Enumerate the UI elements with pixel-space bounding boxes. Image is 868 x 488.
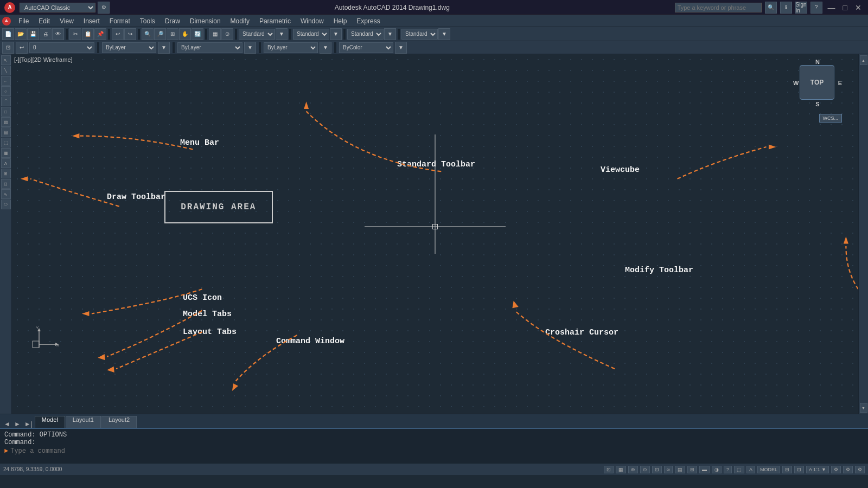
rect-tool[interactable]: □: [1, 107, 11, 117]
vp-btn[interactable]: ⊡: [794, 466, 804, 473]
mtext-tool[interactable]: A: [1, 158, 11, 168]
color-btn[interactable]: ▼: [158, 42, 170, 54]
ducs-btn[interactable]: ▤: [675, 466, 685, 473]
ellipse-tool[interactable]: ⬭: [1, 200, 11, 209]
sel-btn[interactable]: ⬚: [734, 466, 744, 473]
grid-btn[interactable]: ▦: [616, 466, 626, 473]
new-btn[interactable]: 📄: [2, 28, 14, 40]
ws-btn[interactable]: ▼: [384, 28, 396, 40]
redo-btn[interactable]: ↪: [124, 28, 136, 40]
help-btn[interactable]: ?: [810, 2, 822, 14]
print-btn[interactable]: 🖨: [40, 28, 52, 40]
3d-orbit-btn[interactable]: ⊙: [221, 28, 233, 40]
arc-tool[interactable]: ⌒: [1, 97, 11, 106]
table-tool[interactable]: ▦: [1, 148, 11, 158]
menu-item-window[interactable]: Window: [296, 16, 328, 26]
plotstyle-select[interactable]: ByColor: [339, 42, 393, 53]
otrack-btn[interactable]: ∞: [664, 466, 673, 473]
ws-btn2[interactable]: ⚙: [855, 466, 865, 473]
transp-btn[interactable]: ◑: [712, 466, 722, 473]
osnap-btn[interactable]: ⊡: [652, 466, 662, 473]
close-btn[interactable]: ✕: [853, 3, 864, 12]
dyn-btn[interactable]: ⊞: [687, 466, 697, 473]
wcs-label[interactable]: WCS...: [819, 114, 843, 123]
view-btn[interactable]: ⊟: [782, 466, 792, 473]
menu-item-insert[interactable]: Insert: [79, 16, 104, 26]
drawing-canvas[interactable]: [-][Top][2D Wireframe] DRAWING AREA N S …: [12, 54, 858, 414]
insert-tool[interactable]: ⊞: [1, 169, 11, 178]
search-btn[interactable]: 🔍: [765, 2, 777, 14]
layer-manager-btn[interactable]: ⊡: [2, 42, 14, 54]
cut-btn[interactable]: ✂: [69, 28, 81, 40]
tab-end-btn[interactable]: ►|: [23, 420, 34, 428]
ann-scale-btn[interactable]: ▼: [330, 28, 342, 40]
minimize-btn[interactable]: —: [826, 3, 838, 12]
copy-btn[interactable]: 📋: [82, 28, 94, 40]
menu-item-dimension[interactable]: Dimension: [186, 16, 225, 26]
named-views-btn[interactable]: ▦: [209, 28, 221, 40]
zoom-prev-btn[interactable]: 🔎: [154, 28, 166, 40]
scale-btn[interactable]: A 1:1 ▼: [806, 466, 829, 473]
linetype-select[interactable]: ByLayer: [177, 42, 242, 53]
save-btn[interactable]: 💾: [27, 28, 39, 40]
menu-item-help[interactable]: Help: [329, 16, 352, 26]
visual-style-select[interactable]: Standard: [239, 29, 275, 40]
maximize-btn[interactable]: □: [841, 3, 850, 12]
plotstyle-btn[interactable]: ▼: [395, 42, 407, 54]
signin-btn[interactable]: Sign In: [795, 2, 807, 14]
line-tool[interactable]: ╲: [1, 66, 11, 75]
annotation-scale-select[interactable]: Standard: [293, 29, 329, 40]
menu-item-express[interactable]: Express: [352, 16, 384, 26]
command-input[interactable]: [10, 447, 864, 455]
menu-item-parametric[interactable]: Parametric: [255, 16, 295, 26]
lw-btn[interactable]: ▬: [699, 466, 710, 473]
viewcube-top[interactable]: TOP: [800, 65, 834, 100]
preview-btn[interactable]: 👁: [52, 28, 64, 40]
circle-tool[interactable]: ○: [1, 86, 11, 96]
tab-layout2[interactable]: Layout2: [101, 416, 137, 428]
zoom-realtime-btn[interactable]: 🔍: [142, 28, 154, 40]
vs-settings-btn[interactable]: ▼: [276, 28, 288, 40]
autocad-icon[interactable]: A: [2, 17, 11, 25]
model-btn[interactable]: MODEL: [757, 466, 780, 473]
scroll-up-btn[interactable]: ▲: [860, 55, 867, 65]
menu-item-draw[interactable]: Draw: [161, 16, 184, 26]
snap-btn[interactable]: ⊡: [604, 466, 614, 473]
menu-item-file[interactable]: File: [14, 16, 33, 26]
arrow-tool[interactable]: ↖: [1, 55, 11, 65]
annotation-select2[interactable]: Standard: [401, 29, 438, 40]
spline-tool[interactable]: ∿: [1, 189, 11, 199]
customize-btn[interactable]: ⚙: [98, 2, 110, 14]
viewcube[interactable]: N S E W TOP: [793, 59, 842, 107]
layer-prev-btn[interactable]: ↩: [16, 42, 28, 54]
custom-btn[interactable]: ⚙: [831, 466, 841, 473]
menu-item-tools[interactable]: Tools: [136, 16, 159, 26]
lineweight-btn[interactable]: ▼: [320, 42, 331, 54]
tab-layout1[interactable]: Layout1: [66, 416, 101, 428]
gradient-tool[interactable]: ▤: [1, 127, 11, 137]
tab-model[interactable]: Model: [35, 416, 65, 428]
hatch-tool[interactable]: ▨: [1, 117, 11, 127]
lineweight-select[interactable]: ByLayer: [264, 42, 318, 53]
menu-item-format[interactable]: Format: [105, 16, 135, 26]
open-btn[interactable]: 📂: [15, 28, 27, 40]
workspace-selector[interactable]: AutoCAD Classic: [20, 3, 95, 12]
info-btn[interactable]: ℹ: [780, 2, 792, 14]
settings-btn[interactable]: ⚙: [843, 466, 853, 473]
pan-btn[interactable]: ✋: [179, 28, 191, 40]
menu-item-view[interactable]: View: [55, 16, 78, 26]
region-tool[interactable]: ⬚: [1, 138, 11, 147]
tab-prev-btn[interactable]: ◄: [2, 420, 12, 428]
annot-btn[interactable]: A: [746, 466, 755, 473]
attdef-tool[interactable]: ⊡: [1, 179, 11, 189]
menu-item-edit[interactable]: Edit: [34, 16, 54, 26]
qp-btn[interactable]: ?: [724, 466, 732, 473]
menu-item-modify[interactable]: Modify: [226, 16, 254, 26]
scroll-down-btn[interactable]: ▼: [860, 403, 867, 413]
ann-btn2[interactable]: ▼: [438, 28, 450, 40]
orbit-btn[interactable]: 🔄: [192, 28, 203, 40]
paste-btn[interactable]: 📌: [94, 28, 106, 40]
polar-btn[interactable]: ⊙: [640, 466, 650, 473]
workspace-select2[interactable]: Standard: [347, 29, 384, 40]
color-select[interactable]: ByLayer: [102, 42, 156, 53]
